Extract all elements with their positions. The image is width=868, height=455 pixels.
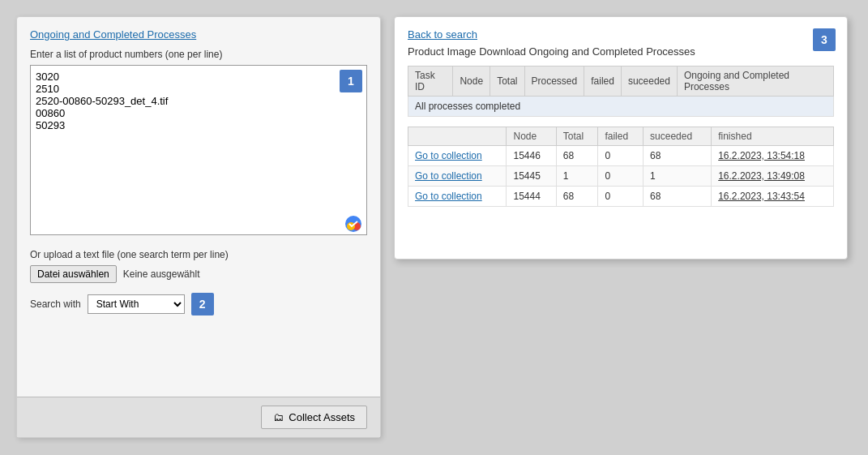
goto-collection-link-2[interactable]: Go to collection (415, 191, 482, 202)
search-with-select[interactable]: Start With Contains Exact Match (88, 294, 185, 314)
back-to-search-link[interactable]: Back to search (408, 28, 477, 41)
data-col-suceeded: suceeded (644, 127, 712, 146)
collect-assets-button[interactable]: 🗂 Collect Assets (261, 406, 367, 429)
ongoing-completed-link[interactable]: Ongoing and Completed Processes (30, 28, 196, 41)
row-suceeded: 68 (644, 187, 712, 207)
col-ongoing-completed: Ongoing and Completed Processes (677, 67, 833, 97)
data-table-header-row: Node Total failed suceeded finished (408, 127, 834, 146)
left-panel-content: Ongoing and Completed Processes Enter a … (17, 17, 380, 397)
all-completed-row: All processes completed (408, 97, 834, 117)
collect-assets-label: Collect Assets (289, 411, 355, 423)
left-panel: Ongoing and Completed Processes Enter a … (16, 16, 381, 438)
row-suceeded: 1 (644, 166, 712, 187)
data-col-finished: finished (712, 127, 834, 146)
step-badge-3: 3 (813, 28, 836, 51)
textarea-wrapper: 3020 2510 2520-00860-50293_det_4.tif 008… (30, 65, 367, 238)
table-row: Go to collection 15444 68 0 68 16.2.2023… (408, 187, 834, 207)
table-row: Go to collection 15446 68 0 68 16.2.2023… (408, 146, 834, 166)
all-completed-message: All processes completed (408, 97, 834, 117)
row-node: 15446 (507, 146, 556, 166)
processes-table: Task ID Node Total Processed failed suce… (408, 66, 834, 117)
row-finished: 16.2.2023, 13:43:54 (712, 187, 834, 207)
row-total: 1 (556, 166, 598, 187)
data-col-goto (408, 127, 507, 146)
row-total: 68 (556, 187, 598, 207)
step-badge-1: 1 (340, 70, 362, 92)
col-total: Total (490, 67, 524, 97)
col-failed: failed (584, 67, 622, 97)
file-row: Datei auswählen Keine ausgewählt (30, 265, 367, 283)
row-suceeded: 68 (644, 146, 712, 166)
table-row: Go to collection 15445 1 0 1 16.2.2023, … (408, 166, 834, 187)
file-chooser-button[interactable]: Datei auswählen (30, 265, 117, 283)
file-status: Keine ausgewählt (123, 268, 200, 280)
row-node: 15445 (507, 166, 556, 187)
panels-container: Ongoing and Completed Processes Enter a … (0, 0, 868, 455)
data-col-node: Node (507, 127, 556, 146)
checkmark-icon (344, 215, 362, 233)
textarea-label: Enter a list of product numbers (one per… (30, 49, 367, 60)
product-numbers-textarea[interactable]: 3020 2510 2520-00860-50293_det_4.tif 008… (30, 65, 367, 235)
step-badge-2: 2 (191, 293, 214, 315)
collect-assets-icon: 🗂 (273, 411, 284, 423)
col-suceeded: suceeded (621, 67, 677, 97)
search-with-row: Search with Start With Contains Exact Ma… (30, 293, 367, 315)
data-table: Node Total failed suceeded finished Go t… (408, 127, 834, 207)
right-panel-title: Product Image Download Ongoing and Compl… (408, 45, 834, 58)
col-node: Node (453, 67, 490, 97)
row-total: 68 (556, 146, 598, 166)
right-panel: Back to search Product Image Download On… (394, 16, 848, 260)
col-processed: Processed (524, 67, 584, 97)
data-col-total: Total (556, 127, 598, 146)
col-task-id: Task ID (408, 67, 453, 97)
data-col-failed: failed (598, 127, 644, 146)
row-node: 15444 (507, 187, 556, 207)
row-finished: 16.2.2023, 13:49:08 (712, 166, 834, 187)
row-failed: 0 (598, 166, 644, 187)
left-panel-footer: 🗂 Collect Assets (17, 397, 380, 437)
row-failed: 0 (598, 146, 644, 166)
processes-table-header-row: Task ID Node Total Processed failed suce… (408, 67, 834, 97)
goto-collection-link-0[interactable]: Go to collection (415, 150, 482, 161)
upload-label: Or upload a text file (one search term p… (30, 249, 367, 260)
row-finished: 16.2.2023, 13:54:18 (712, 146, 834, 166)
search-with-label: Search with (30, 298, 81, 310)
row-failed: 0 (598, 187, 644, 207)
goto-collection-link-1[interactable]: Go to collection (415, 170, 482, 182)
